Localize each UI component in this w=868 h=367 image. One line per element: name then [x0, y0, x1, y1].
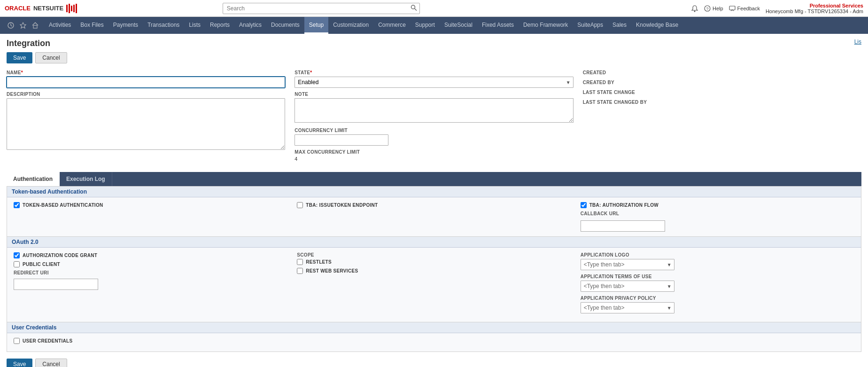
svg-rect-3 — [73, 5, 75, 12]
app-logo-field: APPLICATION LOGO <Type then tab> ▼ — [581, 252, 854, 270]
nav-item-activities[interactable]: Activities — [44, 17, 76, 34]
user-info: Professional Services Honeycomb Mfg - TS… — [766, 3, 863, 14]
logo: ORACLE NETSUITE — [5, 4, 78, 13]
description-textarea[interactable] — [7, 98, 285, 150]
concurrency-limit-field: CONCURRENCY LIMIT — [294, 128, 573, 146]
recent-icon[interactable] — [6, 20, 16, 31]
bottom-cancel-button[interactable]: Cancel — [35, 359, 67, 367]
cancel-button[interactable]: Cancel — [35, 52, 67, 63]
nav-items: ActivitiesBox FilesPaymentsTransactionsL… — [44, 17, 866, 34]
nav-item-knowledge-base[interactable]: Knowledge Base — [631, 17, 683, 34]
tba-issuetoken-checkbox[interactable] — [297, 202, 303, 208]
concurrency-limit-label: CONCURRENCY LIMIT — [294, 128, 573, 133]
tba-issuetoken-label[interactable]: TBA: ISSUETOKEN ENDPOINT — [297, 202, 571, 208]
max-concurrency-value: 4 — [294, 156, 573, 162]
svg-point-5 — [411, 5, 415, 9]
top-bar: ORACLE NETSUITE — [0, 0, 868, 17]
app-terms-field: APPLICATION TERMS OF USE <Type then tab>… — [581, 274, 854, 292]
nav-item-lists[interactable]: Lists — [184, 17, 205, 34]
nav-item-suitesocial[interactable]: SuiteSocial — [440, 17, 477, 34]
oauth-row: AUTHORIZATION CODE GRANT PUBLIC CLIENT R… — [14, 252, 854, 317]
user-creds-section-header: User Credentials — [7, 322, 861, 333]
nav-item-transactions[interactable]: Transactions — [143, 17, 184, 34]
nav-item-demo-framework[interactable]: Demo Framework — [519, 17, 573, 34]
nav-item-customization[interactable]: Customization — [328, 17, 373, 34]
user-creds-section: User Credentials USER CREDENTIALS — [7, 322, 861, 352]
restlets-checkbox[interactable] — [297, 259, 303, 265]
search-input[interactable] — [223, 3, 420, 14]
oauth-section-body: AUTHORIZATION CODE GRANT PUBLIC CLIENT R… — [7, 248, 861, 322]
nav-item-reports[interactable]: Reports — [205, 17, 234, 34]
tba-auth-flow-label[interactable]: TBA: AUTHORIZATION FLOW — [581, 202, 854, 208]
nav-item-box-files[interactable]: Box Files — [76, 17, 108, 34]
public-client-text: PUBLIC CLIENT — [23, 262, 60, 267]
col1: NAME* DESCRIPTION — [7, 70, 285, 165]
note-textarea[interactable] — [294, 98, 573, 123]
svg-text:?: ? — [706, 7, 708, 11]
svg-rect-13 — [33, 25, 37, 28]
app-privacy-select[interactable]: <Type then tab> — [581, 302, 674, 313]
description-label: DESCRIPTION — [7, 92, 285, 97]
tba-checkbox-label[interactable]: TOKEN-BASED AUTHENTICATION — [14, 202, 287, 208]
callback-url-input[interactable] — [581, 220, 665, 232]
logo-netsuite-text: NETSUITE — [33, 5, 63, 12]
tba-section: Token-based Authentication TOKEN-BASED A… — [7, 186, 861, 237]
nav-item-documents[interactable]: Documents — [266, 17, 304, 34]
feedback-link[interactable]: Feedback — [729, 5, 760, 12]
state-select[interactable]: Enabled Disabled — [294, 77, 573, 88]
redirect-uri-input[interactable] — [14, 279, 98, 290]
auth-code-grant-label[interactable]: AUTHORIZATION CODE GRANT — [14, 252, 287, 258]
nav-item-suiteapps[interactable]: SuiteApps — [573, 17, 608, 34]
tba-col1: TOKEN-BASED AUTHENTICATION — [14, 202, 287, 211]
oauth-section-header: OAuth 2.0 — [7, 237, 861, 248]
nav-item-payments[interactable]: Payments — [108, 17, 143, 34]
tba-col2: TBA: ISSUETOKEN ENDPOINT — [297, 202, 571, 211]
nav-item-commerce[interactable]: Commerce — [373, 17, 411, 34]
rest-web-services-checkbox[interactable] — [297, 268, 303, 274]
nav-item-analytics[interactable]: Analytics — [234, 17, 266, 34]
name-input[interactable] — [7, 77, 285, 88]
svg-rect-1 — [69, 4, 70, 13]
state-label: STATE* — [294, 70, 573, 75]
auth-code-grant-checkbox[interactable] — [14, 252, 20, 258]
oauth-col2: SCOPE RESTLETS REST WEB SERVICES — [297, 252, 571, 277]
note-field: NOTE — [294, 92, 573, 124]
search-container — [223, 3, 420, 14]
nav-item-setup[interactable]: Setup — [304, 17, 328, 34]
note-label: NOTE — [294, 92, 573, 97]
restlets-label[interactable]: RESTLETS — [297, 259, 571, 265]
save-button[interactable]: Save — [7, 52, 32, 63]
tab-execution-log[interactable]: Execution Log — [60, 172, 112, 186]
bottom-save-button[interactable]: Save — [7, 359, 32, 367]
user-creds-label[interactable]: USER CREDENTIALS — [14, 338, 854, 344]
public-client-label[interactable]: PUBLIC CLIENT — [14, 261, 287, 267]
app-terms-label: APPLICATION TERMS OF USE — [581, 274, 854, 279]
list-link[interactable]: Lis — [854, 39, 861, 45]
nav-item-sales[interactable]: Sales — [608, 17, 631, 34]
tba-row: TOKEN-BASED AUTHENTICATION TBA: ISSUETOK… — [14, 202, 854, 232]
nav-item-fixed-assets[interactable]: Fixed Assets — [477, 17, 519, 34]
concurrency-limit-input[interactable] — [294, 134, 388, 146]
tab-authentication[interactable]: Authentication — [7, 172, 60, 186]
nav-item-support[interactable]: Support — [411, 17, 440, 34]
app-terms-select[interactable]: <Type then tab> — [581, 281, 674, 292]
home-icon[interactable] — [30, 20, 40, 31]
favorite-icon[interactable] — [18, 20, 28, 31]
help-link[interactable]: ? Help — [704, 5, 723, 12]
oauth-col3: APPLICATION LOGO <Type then tab> ▼ APPLI… — [581, 252, 854, 317]
svg-rect-10 — [729, 6, 735, 10]
page-container: Integration Lis Save Cancel NAME* DESCRI… — [0, 34, 868, 367]
tba-auth-flow-checkbox[interactable] — [581, 202, 587, 208]
callback-url-label: CALLBACK URL — [581, 211, 854, 216]
max-concurrency-label: MAX CONCURRENCY LIMIT — [294, 149, 573, 155]
rest-web-services-label[interactable]: REST WEB SERVICES — [297, 268, 571, 274]
notification-icon[interactable] — [691, 5, 698, 12]
logo-icon — [66, 4, 78, 13]
rest-web-services-text: REST WEB SERVICES — [306, 268, 358, 273]
svg-point-7 — [694, 10, 695, 12]
public-client-checkbox[interactable] — [14, 261, 20, 267]
app-logo-select[interactable]: <Type then tab> — [581, 259, 674, 270]
user-creds-checkbox[interactable] — [14, 338, 20, 344]
tba-checkbox[interactable] — [14, 202, 20, 208]
name-field: NAME* — [7, 70, 285, 88]
